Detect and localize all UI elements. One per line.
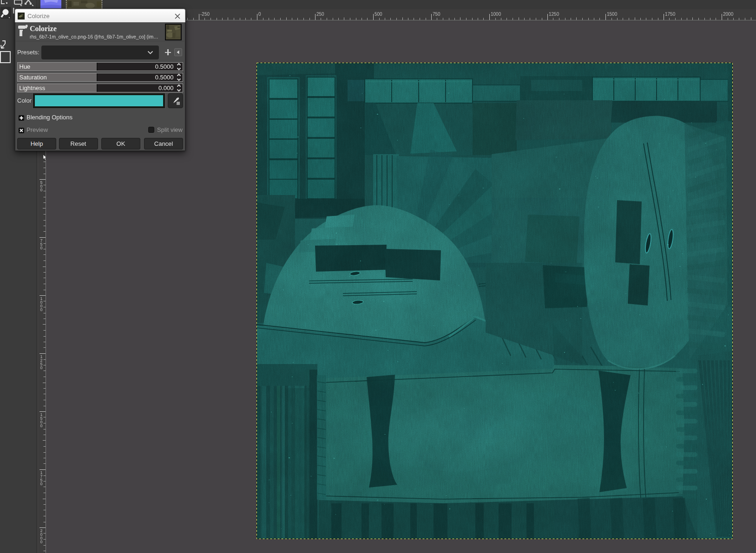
svg-text:500: 500	[40, 180, 42, 192]
svg-text:500: 500	[375, 12, 382, 17]
svg-text:750: 750	[433, 12, 440, 17]
svg-text:0: 0	[258, 12, 261, 17]
svg-text:-250: -250	[200, 12, 210, 17]
svg-text:1750: 1750	[665, 12, 676, 17]
svg-text:250: 250	[316, 12, 324, 17]
svg-text:1500: 1500	[40, 412, 42, 428]
svg-text:2000: 2000	[40, 528, 42, 544]
svg-text:1250: 1250	[40, 354, 42, 370]
svg-text:1250: 1250	[549, 12, 559, 17]
svg-text:1500: 1500	[607, 12, 618, 17]
svg-text:1750: 1750	[40, 470, 42, 486]
svg-text:1000: 1000	[491, 12, 501, 17]
svg-text:750: 750	[40, 238, 42, 250]
svg-text:2000: 2000	[723, 12, 734, 17]
svg-text:1000: 1000	[40, 296, 42, 312]
